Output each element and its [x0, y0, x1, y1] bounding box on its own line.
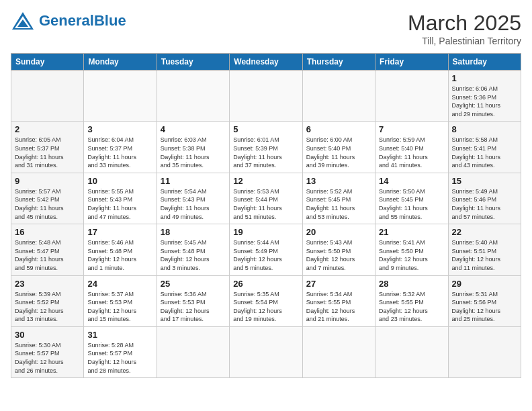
calendar-cell: 6Sunrise: 6:00 AM Sunset: 5:40 PM Daylig… [302, 122, 375, 173]
day-info: Sunrise: 5:37 AM Sunset: 5:53 PM Dayligh… [87, 290, 152, 324]
calendar-week-0: 1Sunrise: 6:06 AM Sunset: 5:36 PM Daylig… [11, 71, 521, 122]
day-info: Sunrise: 5:52 AM Sunset: 5:45 PM Dayligh… [306, 187, 371, 221]
day-number: 31 [87, 330, 152, 340]
day-info: Sunrise: 6:01 AM Sunset: 5:39 PM Dayligh… [233, 136, 298, 169]
calendar-cell [375, 326, 448, 377]
day-info: Sunrise: 5:39 AM Sunset: 5:52 PM Dayligh… [15, 290, 80, 324]
day-number: 25 [161, 279, 226, 289]
calendar-cell [448, 326, 521, 377]
day-info: Sunrise: 5:55 AM Sunset: 5:43 PM Dayligh… [87, 187, 152, 221]
calendar-week-2: 9Sunrise: 5:57 AM Sunset: 5:42 PM Daylig… [11, 173, 521, 224]
calendar-cell: 31Sunrise: 5:28 AM Sunset: 5:57 PM Dayli… [84, 326, 157, 377]
day-number: 4 [161, 124, 226, 134]
day-number: 21 [379, 227, 444, 237]
day-info: Sunrise: 5:34 AM Sunset: 5:55 PM Dayligh… [306, 290, 371, 324]
day-number: 11 [161, 176, 226, 186]
day-number: 23 [15, 279, 80, 289]
day-number: 2 [15, 124, 80, 134]
day-number: 26 [233, 279, 298, 289]
calendar-cell: 17Sunrise: 5:46 AM Sunset: 5:48 PM Dayli… [84, 224, 157, 275]
calendar-header: SundayMondayTuesdayWednesdayThursdayFrid… [11, 54, 521, 71]
day-info: Sunrise: 6:03 AM Sunset: 5:38 PM Dayligh… [161, 136, 226, 169]
day-number: 5 [233, 124, 298, 134]
day-number: 27 [306, 279, 371, 289]
calendar-cell [230, 326, 302, 377]
day-info: Sunrise: 5:36 AM Sunset: 5:53 PM Dayligh… [161, 290, 226, 324]
calendar-cell: 25Sunrise: 5:36 AM Sunset: 5:53 PM Dayli… [157, 275, 229, 326]
calendar-cell: 14Sunrise: 5:50 AM Sunset: 5:45 PM Dayli… [375, 173, 448, 224]
calendar-cell: 12Sunrise: 5:53 AM Sunset: 5:44 PM Dayli… [230, 173, 302, 224]
calendar-cell: 9Sunrise: 5:57 AM Sunset: 5:42 PM Daylig… [11, 173, 84, 224]
day-info: Sunrise: 5:46 AM Sunset: 5:48 PM Dayligh… [87, 238, 152, 272]
day-number: 18 [161, 227, 226, 237]
calendar-cell: 21Sunrise: 5:41 AM Sunset: 5:50 PM Dayli… [375, 224, 448, 275]
calendar-cell: 15Sunrise: 5:49 AM Sunset: 5:46 PM Dayli… [448, 173, 521, 224]
day-number: 24 [87, 279, 152, 289]
day-info: Sunrise: 5:43 AM Sunset: 5:50 PM Dayligh… [306, 238, 371, 272]
day-number: 9 [15, 176, 80, 186]
calendar-cell: 3Sunrise: 6:04 AM Sunset: 5:37 PM Daylig… [84, 122, 157, 173]
day-number: 10 [87, 176, 152, 186]
logo: GeneralBlue [11, 11, 126, 31]
calendar-cell: 4Sunrise: 6:03 AM Sunset: 5:38 PM Daylig… [157, 122, 229, 173]
day-number: 19 [233, 227, 298, 237]
day-info: Sunrise: 5:54 AM Sunset: 5:43 PM Dayligh… [161, 187, 226, 221]
day-number: 16 [15, 227, 80, 237]
calendar-cell: 23Sunrise: 5:39 AM Sunset: 5:52 PM Dayli… [11, 275, 84, 326]
calendar-cell: 5Sunrise: 6:01 AM Sunset: 5:39 PM Daylig… [230, 122, 302, 173]
day-info: Sunrise: 5:28 AM Sunset: 5:57 PM Dayligh… [87, 341, 152, 375]
day-header-tuesday: Tuesday [157, 54, 229, 71]
day-number: 14 [379, 176, 444, 186]
day-info: Sunrise: 6:05 AM Sunset: 5:37 PM Dayligh… [15, 136, 80, 169]
calendar-cell: 27Sunrise: 5:34 AM Sunset: 5:55 PM Dayli… [302, 275, 375, 326]
day-info: Sunrise: 6:04 AM Sunset: 5:37 PM Dayligh… [87, 136, 152, 169]
day-info: Sunrise: 5:45 AM Sunset: 5:48 PM Dayligh… [161, 238, 226, 272]
day-info: Sunrise: 6:06 AM Sunset: 5:36 PM Dayligh… [452, 85, 517, 118]
day-info: Sunrise: 5:59 AM Sunset: 5:40 PM Dayligh… [379, 136, 444, 169]
day-info: Sunrise: 5:35 AM Sunset: 5:54 PM Dayligh… [233, 290, 298, 324]
location-subtitle: Till, Palestinian Territory [408, 36, 521, 46]
day-number: 8 [452, 124, 517, 134]
calendar-cell: 11Sunrise: 5:54 AM Sunset: 5:43 PM Dayli… [157, 173, 229, 224]
calendar-cell: 8Sunrise: 5:58 AM Sunset: 5:41 PM Daylig… [448, 122, 521, 173]
day-number: 30 [15, 330, 80, 340]
day-info: Sunrise: 6:00 AM Sunset: 5:40 PM Dayligh… [306, 136, 371, 169]
day-number: 15 [452, 176, 517, 186]
day-info: Sunrise: 5:50 AM Sunset: 5:45 PM Dayligh… [379, 187, 444, 221]
day-info: Sunrise: 5:58 AM Sunset: 5:41 PM Dayligh… [452, 136, 517, 169]
calendar-cell: 19Sunrise: 5:44 AM Sunset: 5:49 PM Dayli… [230, 224, 302, 275]
day-number: 22 [452, 227, 517, 237]
day-number: 7 [379, 124, 444, 134]
day-info: Sunrise: 5:32 AM Sunset: 5:55 PM Dayligh… [379, 290, 444, 324]
day-number: 28 [379, 279, 444, 289]
day-info: Sunrise: 5:53 AM Sunset: 5:44 PM Dayligh… [233, 187, 298, 221]
calendar-cell [302, 326, 375, 377]
day-info: Sunrise: 5:44 AM Sunset: 5:49 PM Dayligh… [233, 238, 298, 272]
header-row: SundayMondayTuesdayWednesdayThursdayFrid… [11, 54, 521, 71]
calendar-week-1: 2Sunrise: 6:05 AM Sunset: 5:37 PM Daylig… [11, 122, 521, 173]
logo-icon [11, 11, 35, 31]
calendar-cell: 2Sunrise: 6:05 AM Sunset: 5:37 PM Daylig… [11, 122, 84, 173]
day-info: Sunrise: 5:40 AM Sunset: 5:51 PM Dayligh… [452, 238, 517, 272]
calendar-cell [84, 71, 157, 122]
calendar-cell: 24Sunrise: 5:37 AM Sunset: 5:53 PM Dayli… [84, 275, 157, 326]
day-number: 12 [233, 176, 298, 186]
day-header-friday: Friday [375, 54, 448, 71]
day-info: Sunrise: 5:57 AM Sunset: 5:42 PM Dayligh… [15, 187, 80, 221]
day-number: 3 [87, 124, 152, 134]
calendar-week-4: 23Sunrise: 5:39 AM Sunset: 5:52 PM Dayli… [11, 275, 521, 326]
calendar-cell [230, 71, 302, 122]
month-title: March 2025 [408, 11, 521, 36]
day-info: Sunrise: 5:30 AM Sunset: 5:57 PM Dayligh… [15, 341, 80, 375]
calendar-cell: 1Sunrise: 6:06 AM Sunset: 5:36 PM Daylig… [448, 71, 521, 122]
day-info: Sunrise: 5:31 AM Sunset: 5:56 PM Dayligh… [452, 290, 517, 324]
calendar-cell: 30Sunrise: 5:30 AM Sunset: 5:57 PM Dayli… [11, 326, 84, 377]
calendar-cell [302, 71, 375, 122]
calendar-cell: 16Sunrise: 5:48 AM Sunset: 5:47 PM Dayli… [11, 224, 84, 275]
calendar-cell [157, 326, 229, 377]
calendar-table: SundayMondayTuesdayWednesdayThursdayFrid… [11, 53, 521, 378]
calendar-cell: 13Sunrise: 5:52 AM Sunset: 5:45 PM Dayli… [302, 173, 375, 224]
day-header-saturday: Saturday [448, 54, 521, 71]
calendar-week-5: 30Sunrise: 5:30 AM Sunset: 5:57 PM Dayli… [11, 326, 521, 377]
day-number: 29 [452, 279, 517, 289]
